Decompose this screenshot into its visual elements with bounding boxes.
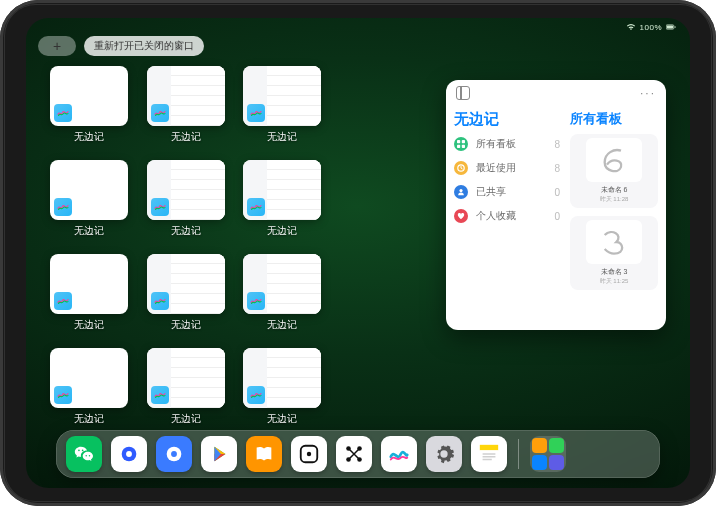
battery-icon — [666, 23, 676, 31]
topbar: + 重新打开已关闭的窗口 — [38, 36, 204, 56]
window-card[interactable]: 无边记 — [50, 160, 128, 244]
freeform-app-icon — [247, 198, 265, 216]
freeform-app-icon — [54, 292, 72, 310]
preview-section-title: 所有看板 — [570, 110, 658, 128]
freeform-app-icon — [151, 104, 169, 122]
dock-app-books[interactable] — [246, 436, 282, 472]
window-card-label: 无边记 — [267, 318, 297, 332]
window-card-label: 无边记 — [267, 412, 297, 426]
sidebar-item[interactable]: 所有看板 8 — [454, 137, 560, 151]
window-thumbnail — [147, 66, 225, 126]
dock — [56, 430, 660, 478]
window-grid: 无边记无边记无边记无边记无边记无边记无边记无边记无边记无边记无边记无边记 — [50, 66, 418, 424]
freeform-app-icon — [151, 198, 169, 216]
sidebar-item-label: 最近使用 — [476, 161, 516, 175]
window-card[interactable]: 无边记 — [243, 348, 321, 432]
window-thumbnail — [147, 254, 225, 314]
dock-app-quark[interactable] — [156, 436, 192, 472]
window-card[interactable]: 无边记 — [243, 66, 321, 150]
dock-app-settings[interactable] — [426, 436, 462, 472]
svg-rect-6 — [462, 145, 465, 148]
dock-app-notes[interactable] — [471, 436, 507, 472]
app-switcher: 无边记无边记无边记无边记无边记无边记无边记无边记无边记无边记无边记无边记 ···… — [50, 66, 666, 424]
svg-point-14 — [307, 452, 311, 456]
window-card[interactable]: 无边记 — [50, 66, 128, 150]
status-bar: 100% — [26, 18, 690, 36]
sidebar-item-label: 所有看板 — [476, 137, 516, 151]
dock-app-freeform[interactable] — [381, 436, 417, 472]
window-thumbnail — [50, 348, 128, 408]
preview-title: 无边记 — [454, 110, 560, 129]
dock-app-nodes[interactable] — [336, 436, 372, 472]
window-thumbnail — [243, 66, 321, 126]
window-thumbnail — [50, 160, 128, 220]
preview-sidebar: 无边记 所有看板 8 最近使用 8 已共享 0 个人收藏 0 — [454, 104, 560, 322]
window-card[interactable]: 无边记 — [147, 66, 225, 150]
window-card-label: 无边记 — [74, 130, 104, 144]
freeform-app-icon — [247, 386, 265, 404]
freeform-app-icon — [151, 292, 169, 310]
window-card[interactable]: 无边记 — [243, 254, 321, 338]
dock-app-play[interactable] — [201, 436, 237, 472]
window-card[interactable]: 无边记 — [147, 254, 225, 338]
window-card[interactable]: 无边记 — [147, 348, 225, 432]
window-card[interactable]: 无边记 — [243, 160, 321, 244]
board-label: 未命名 6 — [601, 185, 628, 195]
dock-app-wechat[interactable] — [66, 436, 102, 472]
preview-content: 所有看板 未命名 6 昨天 11:28 未命名 3 昨天 11:25 — [570, 104, 658, 322]
heart-icon — [454, 209, 468, 223]
freeform-app-icon — [247, 104, 265, 122]
dock-app-dice[interactable] — [291, 436, 327, 472]
svg-rect-2 — [675, 26, 676, 27]
svg-point-10 — [126, 451, 132, 457]
window-card[interactable]: 无边记 — [50, 254, 128, 338]
window-card[interactable]: 无边记 — [147, 160, 225, 244]
freeform-app-icon — [54, 386, 72, 404]
window-card-label: 无边记 — [267, 224, 297, 238]
window-card-label: 无边记 — [74, 224, 104, 238]
clock-icon — [454, 161, 468, 175]
window-thumbnail — [147, 160, 225, 220]
window-card-label: 无边记 — [74, 318, 104, 332]
svg-rect-1 — [667, 26, 673, 29]
sidebar-item[interactable]: 个人收藏 0 — [454, 209, 560, 223]
status-battery: 100% — [640, 23, 662, 32]
svg-point-12 — [171, 451, 177, 457]
sidebar-item-count: 8 — [554, 139, 560, 150]
board-tile[interactable]: 未命名 3 昨天 11:25 — [570, 216, 658, 290]
preview-toolbar: ··· — [446, 80, 666, 100]
dock-suggested-apps[interactable] — [530, 436, 566, 472]
app-preview-window[interactable]: ··· 无边记 所有看板 8 最近使用 8 已共享 0 个人收藏 0 所有看板 … — [446, 80, 666, 330]
freeform-app-icon — [54, 104, 72, 122]
svg-rect-4 — [462, 140, 465, 143]
sidebar-item-count: 0 — [554, 211, 560, 222]
screen: 100% + 重新打开已关闭的窗口 无边记无边记无边记无边记无边记无边记无边记无… — [26, 18, 690, 488]
board-thumb — [586, 220, 642, 264]
window-card-label: 无边记 — [171, 318, 201, 332]
window-card-label: 无边记 — [171, 412, 201, 426]
window-card-label: 无边记 — [171, 130, 201, 144]
window-thumbnail — [243, 348, 321, 408]
sidebar-item[interactable]: 已共享 0 — [454, 185, 560, 199]
freeform-app-icon — [247, 292, 265, 310]
dock-app-quark-hd[interactable] — [111, 436, 147, 472]
sidebar-item-count: 8 — [554, 163, 560, 174]
sidebar-icon[interactable] — [456, 86, 470, 100]
window-thumbnail — [147, 348, 225, 408]
freeform-app-icon — [54, 198, 72, 216]
new-window-button[interactable]: + — [38, 36, 76, 56]
sidebar-item[interactable]: 最近使用 8 — [454, 161, 560, 175]
person-icon — [454, 185, 468, 199]
board-tile[interactable]: 未命名 6 昨天 11:28 — [570, 134, 658, 208]
window-card-label: 无边记 — [267, 130, 297, 144]
reopen-closed-window-button[interactable]: 重新打开已关闭的窗口 — [84, 36, 204, 56]
ipad-frame: 100% + 重新打开已关闭的窗口 无边记无边记无边记无边记无边记无边记无边记无… — [0, 0, 716, 506]
dock-separator — [518, 439, 519, 469]
window-card[interactable]: 无边记 — [50, 348, 128, 432]
more-icon[interactable]: ··· — [640, 86, 656, 100]
window-card-label: 无边记 — [74, 412, 104, 426]
sidebar-item-count: 0 — [554, 187, 560, 198]
svg-rect-19 — [480, 445, 498, 451]
board-timestamp: 昨天 11:28 — [600, 195, 629, 204]
window-thumbnail — [50, 254, 128, 314]
